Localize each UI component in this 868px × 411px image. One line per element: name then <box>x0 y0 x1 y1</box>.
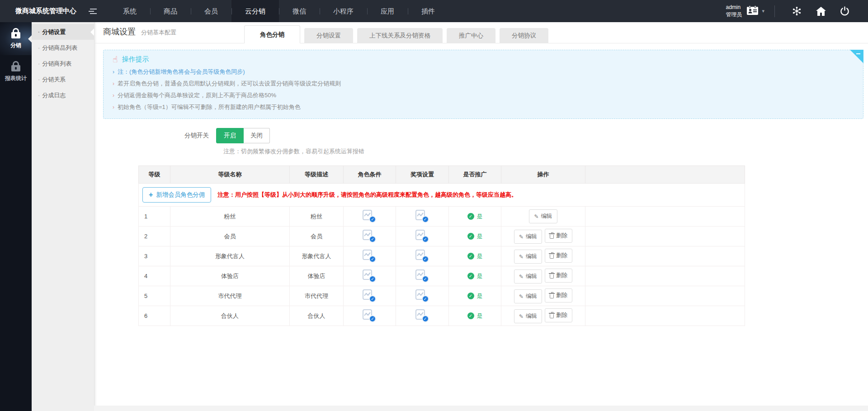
switch-on-button[interactable]: 开启 <box>216 128 244 143</box>
table-row: 6 合伙人 合伙人 ✓ <box>139 306 745 326</box>
tab[interactable]: 上下线关系及分销资格 <box>357 28 443 43</box>
top-nav: 系统商品会员云分销微信小程序应用插件 <box>109 0 448 22</box>
lock-icon <box>11 32 20 38</box>
edit-button[interactable]: ✎ 编辑 <box>514 289 542 303</box>
trash-icon <box>550 274 554 279</box>
tab[interactable]: 分销协议 <box>500 28 548 43</box>
check-circle-icon: ✓ <box>467 293 474 299</box>
delete-button[interactable]: 删除 <box>545 308 572 322</box>
rail-item[interactable]: 报表统计 <box>0 55 32 88</box>
add-role-button[interactable]: + 新增会员角色分佣 <box>142 187 211 203</box>
home-icon[interactable] <box>816 6 826 16</box>
check-circle-icon: ✓ <box>467 273 474 279</box>
delete-button[interactable]: 删除 <box>545 288 572 302</box>
switch-off-button[interactable]: 关闭 <box>244 128 270 143</box>
tip-item: ›注：(角色分销新增角色将会与会员等级角色同步) <box>113 66 854 78</box>
role-condition-config-icon[interactable]: ✓ <box>363 250 377 262</box>
edit-button[interactable]: ✎ 编辑 <box>514 309 542 323</box>
check-circle-icon: ✓ <box>467 213 474 220</box>
role-condition-config-icon[interactable]: ✓ <box>363 230 377 242</box>
edit-button[interactable]: ✎ 编辑 <box>514 269 542 283</box>
edit-button[interactable]: ✎ 编辑 <box>514 250 542 264</box>
role-condition-config-icon[interactable]: ✓ <box>363 269 377 282</box>
table-notice: 注意：用户按照【等级】从小到大的顺序升级，请按照角色的高级程度来配置角色，越高级… <box>217 191 517 198</box>
topnav-item[interactable]: 微信 <box>279 0 320 22</box>
rail-item[interactable]: 分销 <box>0 22 32 55</box>
topnav-item[interactable]: 系统 <box>109 0 150 22</box>
promote-cell: ✓ 是 <box>449 227 501 246</box>
sidebar-item[interactable]: ·分成日志 <box>32 87 94 103</box>
award-setting-config-icon[interactable]: ✓ <box>415 230 429 242</box>
check-circle-icon: ✓ <box>467 253 474 260</box>
hamburger-menu-icon[interactable] <box>90 9 97 14</box>
bullet-dot: · <box>38 44 40 51</box>
power-icon[interactable] <box>840 6 849 16</box>
check-badge-icon: ✓ <box>422 295 429 302</box>
award-setting-cell: ✓ <box>396 306 449 326</box>
promote-status: ✓ 是 <box>467 232 483 241</box>
check-badge-icon: ✓ <box>422 236 429 243</box>
delete-button[interactable]: 删除 <box>545 249 572 263</box>
tab[interactable]: 推广中心 <box>447 28 495 43</box>
role-condition-config-icon[interactable]: ✓ <box>363 210 377 222</box>
promote-status: ✓ 是 <box>467 312 483 320</box>
tip-text: 注：(角色分销新增角色将会与会员等级角色同步) <box>118 68 245 75</box>
tip-bullet-icon: › <box>113 104 114 110</box>
tab[interactable]: 角色分销 <box>244 25 300 43</box>
award-setting-config-icon[interactable]: ✓ <box>415 250 429 262</box>
switch-note: 注意：切勿频繁修改分佣参数，容易引起系统运算报错 <box>223 147 863 156</box>
check-badge-icon: ✓ <box>369 216 376 223</box>
level-name-cell: 形象代言人 <box>170 246 290 266</box>
award-setting-config-icon[interactable]: ✓ <box>415 309 429 321</box>
award-setting-config-icon[interactable]: ✓ <box>415 210 429 222</box>
pencil-icon: ✎ <box>519 234 524 240</box>
sidebar-item[interactable]: ·分销商列表 <box>32 56 94 71</box>
award-setting-config-icon[interactable]: ✓ <box>415 269 429 282</box>
role-condition-cell: ✓ <box>344 286 396 306</box>
profile-menu[interactable]: ▾ <box>746 5 764 17</box>
rail-item-label: 报表统计 <box>5 75 27 82</box>
topnav-item[interactable]: 插件 <box>408 0 448 22</box>
actions-cell: ✎ 编辑 删除 <box>501 246 585 266</box>
collapse-fold-button[interactable] <box>850 50 863 63</box>
role-condition-config-icon[interactable]: ✓ <box>363 309 377 321</box>
table-row: 1 粉丝 粉丝 ✓ <box>139 207 745 227</box>
topnav-item[interactable]: 云分销 <box>231 0 279 22</box>
topnav-item[interactable]: 应用 <box>367 0 408 22</box>
sidebar-item[interactable]: ·分销设置 <box>32 24 94 40</box>
award-setting-config-icon[interactable]: ✓ <box>415 289 429 302</box>
role-condition-cell: ✓ <box>344 266 396 286</box>
edit-button[interactable]: ✎ 编辑 <box>529 209 557 223</box>
sidebar-item[interactable]: ·分销商品列表 <box>32 40 94 56</box>
col-header-name: 等级名称 <box>170 166 290 184</box>
delete-button[interactable]: 删除 <box>545 229 572 243</box>
promote-text: 是 <box>477 272 483 280</box>
tip-text: 分销返佣金额每个商品单独设定，原则上不高于商品价格50% <box>118 92 276 99</box>
chevron-down-icon: ▾ <box>762 8 764 14</box>
delete-button[interactable]: 删除 <box>545 269 572 283</box>
role-condition-cell: ✓ <box>344 227 396 246</box>
check-badge-icon: ✓ <box>369 236 376 243</box>
edit-button[interactable]: ✎ 编辑 <box>514 230 542 244</box>
page-header: 商城设置 分销基本配置 角色分销分销设置上下线关系及分销资格推广中心分销协议 <box>94 22 868 43</box>
tip-item: ›分销返佣金额每个商品单独设定，原则上不高于商品价格50% <box>113 90 854 101</box>
icon-rail: 分销 报表统计 <box>0 22 32 411</box>
topnav-item[interactable]: 会员 <box>191 0 231 22</box>
switch-label: 分销开关 <box>103 132 216 140</box>
role-condition-config-icon[interactable]: ✓ <box>363 289 377 302</box>
sidebar-item[interactable]: ·分销关系 <box>32 71 94 87</box>
share-nodes-icon[interactable] <box>792 6 802 16</box>
plus-icon: + <box>149 191 153 198</box>
sidebar-item-label: 分销商列表 <box>42 60 71 67</box>
tip-text: 初始角色（等级=1）可编辑不可删除，所有新建的用户都属于初始角色 <box>118 104 301 110</box>
rail-item-label: 分销 <box>10 42 21 49</box>
topnav-item[interactable]: 小程序 <box>320 0 367 22</box>
tip-bullet-icon: › <box>113 92 114 99</box>
topnav-item[interactable]: 商品 <box>150 0 191 22</box>
check-badge-icon: ✓ <box>369 315 376 322</box>
empty-cell <box>585 246 745 266</box>
level-cell: 5 <box>139 286 170 306</box>
promote-cell: ✓ 是 <box>449 286 501 306</box>
topbar-divider <box>774 5 775 17</box>
tab[interactable]: 分销设置 <box>304 28 353 43</box>
